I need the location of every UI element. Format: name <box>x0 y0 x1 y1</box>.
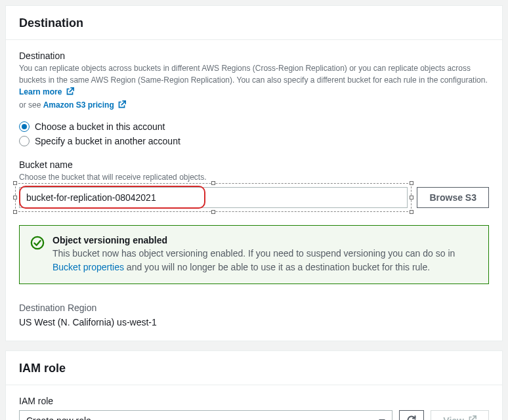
destination-body: Destination You can replicate objects ac… <box>6 40 502 341</box>
radio-label: Specify a bucket in another account <box>35 136 180 146</box>
external-link-icon <box>468 415 476 420</box>
bucket-name-label: Bucket name <box>19 159 489 170</box>
external-link-icon <box>117 100 126 112</box>
destination-region-value: US West (N. California) us-west-1 <box>19 317 489 327</box>
versioning-alert: Object versioning enabled This bucket no… <box>19 225 489 284</box>
alert-content: Object versioning enabled This bucket no… <box>53 235 478 274</box>
destination-help-text: You can replicate objects across buckets… <box>19 64 488 85</box>
svg-point-0 <box>32 237 43 249</box>
bucket-name-section: Bucket name Choose the bucket that will … <box>19 159 489 208</box>
iam-role-body: IAM role Create new role View <box>6 385 502 420</box>
radio-other-account[interactable]: Specify a bucket in another account <box>19 136 489 146</box>
bucket-name-help: Choose the bucket that will receive repl… <box>19 171 489 183</box>
bucket-name-highlight <box>19 187 408 208</box>
external-link-icon <box>66 87 74 99</box>
alert-text: This bucket now has object versioning en… <box>53 247 478 274</box>
destination-panel: Destination Destination You can replicat… <box>5 5 503 341</box>
iam-role-title: IAM role <box>19 362 489 375</box>
bucket-location-radio-group: Choose a bucket in this account Specify … <box>19 121 489 146</box>
radio-this-account[interactable]: Choose a bucket in this account <box>19 121 489 132</box>
success-check-icon <box>30 236 45 274</box>
destination-field-label: Destination <box>19 51 489 61</box>
pricing-link[interactable]: Amazon S3 pricing <box>43 100 126 110</box>
iam-role-label: IAM role <box>19 396 489 406</box>
radio-icon <box>19 121 30 132</box>
destination-region-label: Destination Region <box>19 303 489 313</box>
destination-header: Destination <box>6 6 502 40</box>
refresh-button[interactable] <box>399 410 424 420</box>
bucket-properties-link[interactable]: Bucket properties <box>53 262 124 272</box>
view-button[interactable]: View <box>431 410 489 420</box>
radio-icon <box>19 136 30 146</box>
radio-label: Choose a bucket in this account <box>35 121 165 132</box>
iam-role-header: IAM role <box>6 351 502 385</box>
bucket-name-input[interactable] <box>19 187 408 208</box>
destination-title: Destination <box>19 16 489 30</box>
browse-s3-button[interactable]: Browse S3 <box>417 187 489 208</box>
destination-help: You can replicate objects across buckets… <box>19 62 489 112</box>
learn-more-link[interactable]: Learn more <box>19 87 74 96</box>
alert-title: Object versioning enabled <box>53 235 478 245</box>
iam-role-select[interactable]: Create new role <box>19 410 392 420</box>
iam-role-panel: IAM role IAM role Create new role View <box>5 350 503 420</box>
destination-region-section: Destination Region US West (N. Californi… <box>19 303 489 327</box>
iam-role-select-value: Create new role <box>26 415 91 420</box>
destination-help-text-2: or see <box>19 100 43 110</box>
refresh-icon <box>406 415 417 421</box>
